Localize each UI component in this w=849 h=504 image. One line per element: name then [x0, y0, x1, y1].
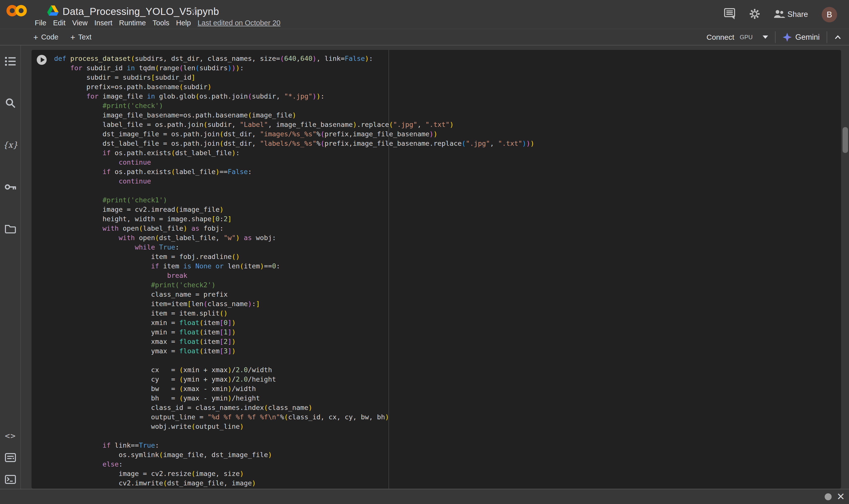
toolbar-divider [827, 31, 827, 43]
code-line [54, 431, 535, 441]
menu-item-runtime[interactable]: Runtime [119, 19, 146, 27]
connect-button[interactable]: Connect [706, 33, 734, 41]
share-button[interactable]: Share [788, 10, 808, 19]
code-line: for subdir_id in tqdm(range(len(subdirs)… [54, 63, 535, 73]
search-icon[interactable] [4, 97, 16, 109]
code-line [54, 356, 535, 365]
code-line: image = cv2.resize(image, size) [54, 469, 535, 479]
code-line: class_name = prefix [54, 290, 535, 299]
toolbar-left: + Code + Text [33, 29, 91, 45]
code-line: bw = (xmax - xmin)/width [54, 384, 535, 394]
menu-item-edit[interactable]: Edit [53, 19, 66, 27]
plus-icon: + [33, 33, 38, 41]
close-panel-icon[interactable]: ✕ [836, 491, 845, 502]
gemini-button[interactable]: Gemini [782, 33, 820, 42]
add-code-button[interactable]: + Code [33, 33, 58, 41]
header: Data_Processing_YOLO_V5.ipynb ☆ File Edi… [0, 0, 849, 29]
add-text-button[interactable]: + Text [70, 33, 91, 41]
code-line: #print('check2') [54, 280, 535, 290]
code-line: subdir = subdirs[subdir_id] [54, 73, 535, 82]
collapse-header-chevron-icon[interactable] [834, 34, 842, 40]
avatar[interactable]: B [822, 7, 837, 22]
code-line: cv2.imwrite(dst_image_file, image) [54, 479, 535, 488]
code-line: break [54, 271, 535, 280]
left-sidebar: {x} <> [0, 46, 21, 489]
code-line: ymin = float(item[1]) [54, 327, 535, 337]
last-edited-link[interactable]: Last edited on October 20 [198, 19, 281, 27]
code-cell[interactable]: def process_dataset(subdirs, dst_dir, cl… [32, 50, 841, 489]
colab-logo-icon[interactable] [6, 4, 27, 17]
colab-app: Data_Processing_YOLO_V5.ipynb ☆ File Edi… [0, 0, 849, 504]
code-line: item = item.split() [54, 309, 535, 318]
code-line: if os.path.exists(label_file)==False: [54, 167, 535, 177]
code-line: output_line = "%d %f %f %f %f\n"%(class_… [54, 412, 535, 422]
code-line: bh = (ymax - ymin)/height [54, 394, 535, 403]
code-line: prefix=os.path.basename(subdir) [54, 82, 535, 92]
menu-item-file[interactable]: File [35, 19, 47, 27]
code-line: cx = (xmin + xmax)/2.0/width [54, 365, 535, 375]
code-line: def process_dataset(subdirs, dst_dir, cl… [54, 54, 535, 63]
code-line: ymax = float(item[3]) [54, 346, 535, 356]
code-line: image = cv2.imread(image_file) [54, 205, 535, 214]
menu-item-help[interactable]: Help [176, 19, 191, 27]
code-line: dst_label_file = os.path.join(dst_dir, "… [54, 139, 535, 148]
code-line: #print('check1') [54, 195, 535, 205]
code-line: if os.path.exists(dst_label_file): [54, 148, 535, 158]
code-line: class_id = class_names.index(class_name) [54, 403, 535, 412]
code-line: continue [54, 177, 535, 186]
add-code-label: Code [41, 33, 58, 41]
notebook-scrollbar-thumb[interactable] [843, 127, 848, 153]
gemini-spark-icon [782, 33, 792, 42]
code-line: label_file = os.path.join(subdir, "Label… [54, 120, 535, 129]
code-line: with open(dst_label_file, "w") as wobj: [54, 233, 535, 242]
code-line: cy = (ymin + ymax)/2.0/height [54, 375, 535, 384]
toolbar-right: Connect GPU Gemini [706, 29, 842, 45]
code-line: xmin = float(item[0]) [54, 318, 535, 327]
code-line [54, 186, 535, 195]
code-line: image_file_basename=os.path.basename(ima… [54, 110, 535, 120]
toolbar-divider [775, 31, 776, 43]
terminal-icon[interactable] [4, 473, 16, 485]
code-line: if item is None or len(item)==0: [54, 262, 535, 271]
variables-icon[interactable]: {x} [4, 139, 16, 151]
code-line: os.symlink(image_file, dst_image_file) [54, 450, 535, 460]
connect-dropdown-arrow-icon[interactable] [763, 36, 768, 39]
code-line: continue [54, 158, 535, 167]
command-palette-icon[interactable] [4, 452, 16, 464]
share-people-icon[interactable] [774, 9, 785, 19]
toolbar: + Code + Text Connect GPU [0, 29, 849, 46]
code-line: #print('check') [54, 101, 535, 110]
comments-icon[interactable] [724, 8, 735, 20]
code-editor[interactable]: def process_dataset(subdirs, dst_dir, cl… [54, 54, 535, 488]
menubar: File Edit View Insert Runtime Tools Help… [35, 19, 281, 27]
settings-gear-icon[interactable] [749, 8, 761, 20]
add-text-label: Text [78, 33, 91, 41]
code-line: else: [54, 460, 535, 469]
code-line: if link==True: [54, 441, 535, 450]
code-line: item = fobj.readline() [54, 252, 535, 262]
files-folder-icon[interactable] [4, 223, 16, 235]
menu-item-tools[interactable]: Tools [153, 19, 169, 27]
status-dot-icon[interactable] [825, 493, 832, 500]
secrets-key-icon[interactable] [4, 181, 16, 193]
table-of-contents-icon[interactable] [4, 55, 16, 67]
play-icon [41, 57, 45, 62]
code-line: for image_file in glob.glob(os.path.join… [54, 92, 535, 101]
code-line: with open(label_file) as fobj: [54, 224, 535, 233]
code-line: while True: [54, 242, 535, 252]
drive-icon [47, 5, 59, 16]
code-line: xmax = float(item[2]) [54, 337, 535, 346]
bottom-status-bar: ✕ [0, 489, 849, 504]
menu-item-insert[interactable]: Insert [94, 19, 112, 27]
code-line: height, width = image.shape[0:2] [54, 214, 535, 224]
accelerator-badge: GPU [740, 34, 753, 41]
code-snippets-icon[interactable]: <> [4, 430, 16, 442]
code-line: dst_image_file = os.path.join(dst_dir, "… [54, 129, 535, 139]
run-cell-button[interactable] [37, 55, 47, 65]
plus-icon: + [70, 33, 75, 41]
code-line: wobj.write(output_line) [54, 422, 535, 431]
colab-logo-ring-right [15, 5, 27, 16]
star-icon[interactable]: ☆ [190, 4, 200, 17]
menu-item-view[interactable]: View [72, 19, 88, 27]
code-line: item=item[len(class_name):] [54, 299, 535, 309]
